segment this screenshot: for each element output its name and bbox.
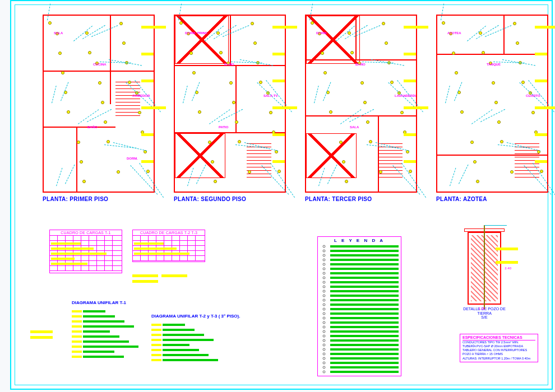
drawing-sheet: SALACOCINACOMEDORBAÑODORM.PLANTA: PRIMER… <box>10 0 553 390</box>
legend-row-tuberia-techo <box>318 361 401 365</box>
legend-row-tuberia-pvc <box>318 352 401 356</box>
plan-box: DORM.BAÑOLAVANDERÍASALA <box>305 15 417 193</box>
svg-point-22 <box>323 344 325 346</box>
floor-plan-p2: DORM. PRINC.BAÑOSALA TVPATIOPLANTA: SEGU… <box>174 15 286 202</box>
tuberia-techo-icon <box>320 361 328 365</box>
intercomunicador-icon <box>320 325 328 329</box>
svg-point-11 <box>323 295 325 297</box>
legend-row-tv-cable <box>318 320 401 325</box>
interruptor-triple-icon <box>320 254 328 257</box>
spec-line: TUBERÍA PVC-SAP Ø 20mm EMPOTRADA <box>462 344 535 348</box>
legend-row-intercomunicador <box>318 325 401 329</box>
legend-row-timbre <box>318 298 401 302</box>
room-label: PATIO <box>219 125 228 129</box>
svg-point-24 <box>323 353 325 355</box>
legend-row-caja-pase <box>318 289 401 293</box>
conmutador-icon <box>320 258 328 262</box>
plan-title: PLANTA: AZOTEA <box>436 196 548 202</box>
svg-point-17 <box>323 321 325 324</box>
tv-cable-icon <box>320 321 328 324</box>
svg-point-16 <box>323 317 325 319</box>
ground-well-detail: 2.40 1.00 DETALLE DE POZO DE TIERRA S/E <box>460 232 509 320</box>
room-label: BAÑO <box>87 125 98 129</box>
braquete-icon <box>320 285 328 288</box>
svg-point-19 <box>323 330 325 333</box>
svg-point-1 <box>323 250 325 252</box>
room-label: CUARTO <box>526 94 540 97</box>
legend-row-salida-fuerza <box>318 329 401 334</box>
load-table: CUADRO DE CARGAS T-1 <box>49 230 122 273</box>
tomacorriente-icon <box>320 263 328 266</box>
room-label: DORM. <box>127 157 138 160</box>
svg-point-4 <box>323 263 325 265</box>
svg-point-15 <box>323 312 325 315</box>
spec-line: ALTURAS: INTERRUPTOR 1.20m / TOMA 0.40m <box>462 357 535 361</box>
pozo-tierra-icon <box>320 312 328 315</box>
interruptor-simple-icon <box>320 245 328 248</box>
sube-icon <box>320 366 328 369</box>
svg-point-14 <box>323 308 325 310</box>
tomacorriente-alto-icon <box>320 272 328 275</box>
pulsador-timbre-icon <box>320 294 328 297</box>
legend-row-telefono <box>318 316 401 320</box>
svg-point-0 <box>323 245 325 248</box>
legend-row-sube <box>318 365 401 370</box>
well-scale: S/E <box>481 315 487 319</box>
floor-plan-p3: DORM.BAÑOLAVANDERÍASALAPLANTA: TERCER PI… <box>305 15 417 202</box>
salida-luz-pared-icon <box>320 281 328 284</box>
plan-box: AZOTEATANQUECUARTO <box>436 15 548 193</box>
unifilar-title: DIAGRAMA UNIFILAR T-1 <box>72 300 126 305</box>
baja-icon <box>320 370 328 374</box>
svg-point-18 <box>323 326 325 328</box>
unifilar-title: DIAGRAMA UNIFILAR T-2 y T-3 ( 3° PISO). <box>151 314 240 319</box>
svg-point-10 <box>323 290 325 292</box>
plan-title: PLANTA: TERCER PISO <box>305 196 417 202</box>
legend-row-pulsador-timbre <box>318 293 401 298</box>
legend-row-salida-luz-pared <box>318 280 401 284</box>
svg-point-13 <box>323 304 325 306</box>
svg-point-7 <box>323 277 325 279</box>
room-label: TANQUE <box>487 63 501 66</box>
specs-panel: ESPECIFICACIONES TECNICAS CONDUCTORES TI… <box>460 334 538 362</box>
fluorescente-icon <box>320 339 328 342</box>
floor-plan-p1: SALACOCINACOMEDORBAÑODORM.PLANTA: PRIMER… <box>43 15 155 202</box>
svg-point-8 <box>323 281 325 283</box>
legend-row-spot-light <box>318 334 401 338</box>
room-label: SALA <box>54 31 63 35</box>
legend-panel: L E Y E N D A <box>317 236 401 376</box>
legend-row-salida-luz-techo <box>318 276 401 280</box>
tomacorriente-tierra-icon <box>320 267 328 270</box>
circuito-tomas-icon <box>320 348 328 351</box>
room-label: AZOTEA <box>447 31 461 35</box>
room-label: COCINA <box>93 63 107 66</box>
legend-row-medidor <box>318 307 401 311</box>
tablero-icon <box>320 303 328 306</box>
medidor-icon <box>320 307 328 311</box>
specs-title: ESPECIFICACIONES TECNICAS <box>462 335 535 340</box>
legend-row-baja <box>318 370 401 374</box>
spec-line: POZO A TIERRA < 15 OHMS <box>462 352 535 356</box>
plan-title: PLANTA: SEGUNDO PISO <box>174 196 286 202</box>
legend-row-pozo-tierra <box>318 311 401 316</box>
spot-light-icon <box>320 334 328 338</box>
room-label: COMEDOR <box>132 94 150 97</box>
legend-title: L E Y E N D A <box>318 237 401 244</box>
room-label: SALA TV <box>263 94 278 97</box>
plan-box: DORM. PRINC.BAÑOSALA TVPATIO <box>174 15 286 193</box>
load-table-title: CUADRO DE CARGAS T-2 T-3 <box>133 230 205 236</box>
load-table: CUADRO DE CARGAS T-2 T-3 <box>132 230 205 262</box>
legend-row-interruptor-simple <box>318 244 401 249</box>
legend-row-tomacorriente-alto <box>318 271 401 276</box>
svg-point-12 <box>323 299 325 301</box>
legend-row-tomacorriente <box>318 262 401 267</box>
room-label: BAÑO <box>355 63 366 66</box>
svg-point-23 <box>323 348 325 351</box>
svg-point-3 <box>323 259 325 261</box>
legend-row-interruptor-triple <box>318 253 401 258</box>
legend-row-circuito-alumbrado <box>318 343 401 347</box>
room-label: SALA <box>350 125 359 129</box>
svg-point-9 <box>323 286 325 288</box>
svg-point-6 <box>323 272 325 274</box>
salida-luz-techo-icon <box>320 276 328 279</box>
svg-point-26 <box>323 362 325 364</box>
